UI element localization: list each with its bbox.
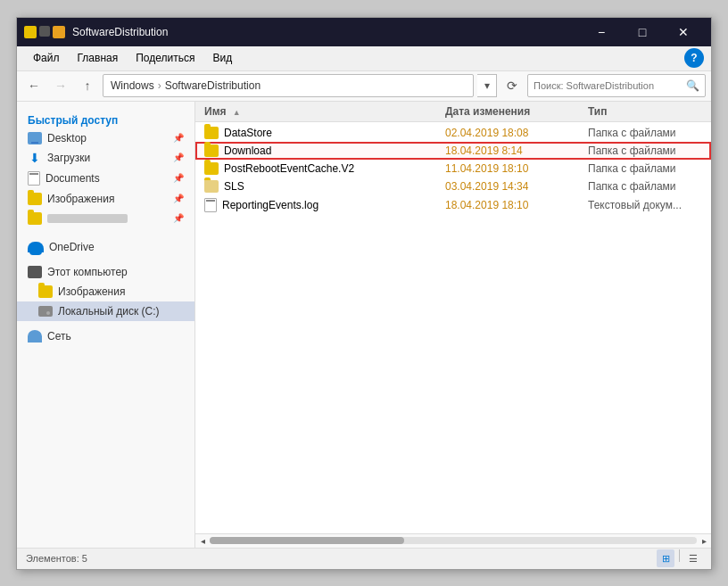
sidebar-downloads-label: Загрузки — [47, 152, 90, 164]
folder-icon — [204, 162, 219, 175]
file-name: DataStore — [224, 127, 272, 139]
column-header: Имя ▲ Дата изменения Тип — [195, 102, 711, 122]
minimize-button[interactable]: − — [581, 18, 622, 46]
file-name: PostRebootEventCache.V2 — [224, 162, 354, 175]
onedrive-icon — [28, 242, 44, 252]
scrollbar-track[interactable] — [210, 537, 697, 544]
sidebar-thispc-label: Этот компьютер — [47, 266, 128, 278]
file-date: 18.04.2019 8:14 — [445, 144, 588, 157]
explorer-window: SoftwareDistribution − □ ✕ Файл Главная … — [16, 17, 712, 570]
scrollbar-thumb — [210, 537, 404, 544]
sidebar-item-onedrive[interactable]: OneDrive — [17, 237, 194, 257]
app-icon-2 — [39, 26, 50, 37]
doc-icon — [28, 171, 40, 186]
pin-icon-images: 📌 — [173, 194, 184, 203]
address-dropdown[interactable]: ▾ — [477, 74, 497, 97]
table-row[interactable]: ReportingEvents.log 18.04.2019 18:10 Тек… — [195, 195, 711, 215]
sidebar-images-label: Изображения — [47, 193, 114, 205]
sidebar-item-documents[interactable]: Documents 📌 — [17, 168, 194, 189]
col-date-header[interactable]: Дата изменения — [445, 105, 588, 118]
app-icon-3 — [53, 26, 65, 38]
pin-icon-custom: 📌 — [173, 213, 184, 223]
file-date: 18.04.2019 18:10 — [445, 199, 588, 211]
sidebar-item-drive[interactable]: Локальный диск (C:) — [17, 301, 194, 321]
log-file-icon — [204, 198, 217, 212]
sidebar-item-custom[interactable]: 📌 — [17, 209, 194, 228]
sidebar-item-downloads[interactable]: ⬇ Загрузки 📌 — [17, 148, 194, 168]
col-type-header[interactable]: Тип — [588, 105, 711, 118]
menu-home[interactable]: Главная — [69, 48, 128, 68]
addressbar: ← → ↑ Windows › SoftwareDistribution ▾ ⟳… — [17, 71, 711, 102]
menu-view[interactable]: Вид — [203, 48, 241, 68]
file-name: ReportingEvents.log — [222, 199, 318, 211]
refresh-button[interactable]: ⟳ — [500, 74, 524, 97]
items-count: Элементов: 5 — [26, 553, 87, 564]
file-date: 02.04.2019 18:08 — [445, 127, 588, 139]
file-area: Имя ▲ Дата изменения Тип DataStore 02.04… — [195, 102, 711, 548]
file-name-cell: DataStore — [195, 127, 445, 139]
sidebar-custom-label — [47, 214, 128, 223]
file-type: Папка с файлами — [588, 127, 711, 139]
file-name-cell: ReportingEvents.log — [195, 198, 445, 212]
file-date: 11.04.2019 18:10 — [445, 162, 588, 175]
file-list: DataStore 02.04.2019 18:08 Папка с файла… — [195, 122, 711, 533]
sidebar-item-desktop[interactable]: Desktop 📌 — [17, 128, 194, 148]
sidebar-images2-label: Изображения — [58, 285, 125, 298]
table-row[interactable]: Download 18.04.2019 8:14 Папка с файлами — [195, 142, 711, 160]
desktop-icon — [28, 132, 42, 144]
back-button[interactable]: ← — [22, 74, 46, 97]
titlebar-app-icons — [24, 26, 65, 38]
scroll-left[interactable]: ◂ — [197, 535, 208, 546]
file-name-cell: PostRebootEventCache.V2 — [195, 162, 445, 175]
file-type: Текстовый докум... — [588, 199, 711, 211]
view-icons: ⊞ ☰ — [657, 549, 702, 567]
sidebar-network-label: Сеть — [47, 330, 71, 343]
folder-icon — [204, 144, 219, 157]
drive-icon — [38, 306, 53, 317]
titlebar: SoftwareDistribution − □ ✕ — [17, 18, 711, 46]
search-icon: 🔍 — [686, 79, 699, 92]
download-icon: ⬇ — [28, 152, 42, 164]
view-grid-button[interactable]: ⊞ — [657, 549, 674, 567]
file-type: Папка с файлами — [588, 162, 711, 175]
scroll-right[interactable]: ▸ — [699, 535, 709, 546]
maximize-button[interactable]: □ — [622, 18, 663, 46]
window-controls: − □ ✕ — [581, 18, 704, 46]
col-name-header[interactable]: Имя ▲ — [195, 105, 445, 118]
file-date: 03.04.2019 14:34 — [445, 180, 588, 193]
up-button[interactable]: ↑ — [76, 74, 99, 97]
quick-access-label: Быстрый доступ — [17, 109, 194, 128]
sidebar-item-images2[interactable]: Изображения — [17, 282, 194, 301]
search-input[interactable] — [534, 80, 686, 91]
sidebar-documents-label: Documents — [46, 172, 100, 185]
forward-button[interactable]: → — [49, 74, 72, 97]
address-path[interactable]: Windows › SoftwareDistribution — [103, 74, 474, 97]
sidebar-desktop-label: Desktop — [47, 132, 87, 144]
help-button[interactable]: ? — [684, 48, 704, 68]
close-button[interactable]: ✕ — [663, 18, 704, 46]
table-row[interactable]: SLS 03.04.2019 14:34 Папка с файлами — [195, 177, 711, 195]
pin-icon-documents: 📌 — [173, 173, 184, 183]
table-row[interactable]: DataStore 02.04.2019 18:08 Папка с файла… — [195, 124, 711, 142]
window-title: SoftwareDistribution — [72, 26, 581, 38]
sidebar-onedrive-label: OneDrive — [49, 241, 95, 253]
sidebar-item-thispc[interactable]: Этот компьютер — [17, 262, 194, 282]
folder-icon — [204, 127, 219, 139]
custom-folder-icon — [28, 212, 42, 225]
search-box[interactable]: 🔍 — [527, 74, 706, 97]
pc-icon — [28, 266, 42, 278]
file-name: Download — [224, 144, 271, 157]
sidebar-item-images[interactable]: Изображения 📌 — [17, 189, 194, 209]
statusbar: Элементов: 5 ⊞ ☰ — [17, 548, 711, 569]
menu-file[interactable]: Файл — [24, 48, 69, 68]
menubar: Файл Главная Поделиться Вид ? — [17, 46, 711, 71]
view-list-button[interactable]: ☰ — [684, 549, 702, 567]
file-name: SLS — [224, 180, 244, 193]
menu-share[interactable]: Поделиться — [127, 48, 203, 68]
horizontal-scrollbar[interactable]: ◂ ▸ — [195, 533, 711, 548]
sidebar-item-network[interactable]: Сеть — [17, 326, 194, 346]
breadcrumb-current: SoftwareDistribution — [165, 79, 261, 92]
content-area: Быстрый доступ Desktop 📌 ⬇ Загрузки 📌 Do… — [17, 102, 711, 548]
table-row[interactable]: PostRebootEventCache.V2 11.04.2019 18:10… — [195, 160, 711, 177]
sidebar: Быстрый доступ Desktop 📌 ⬇ Загрузки 📌 Do… — [17, 102, 195, 548]
